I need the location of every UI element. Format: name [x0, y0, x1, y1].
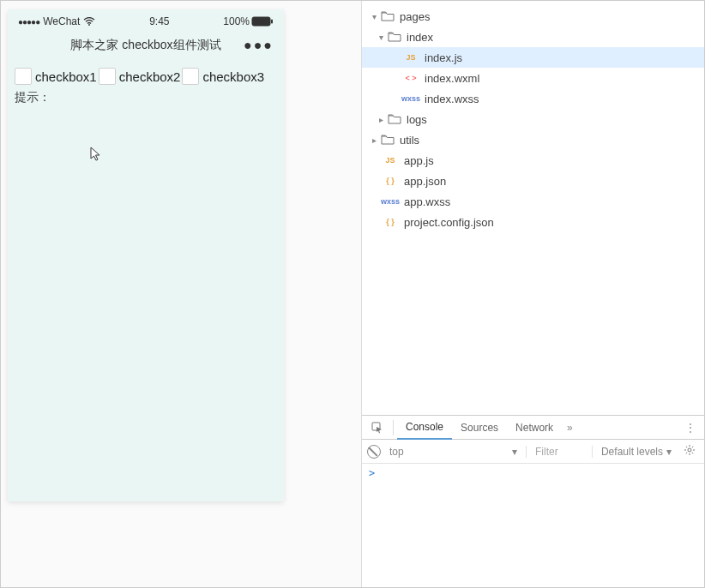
folder-icon	[381, 11, 395, 21]
tree-item-label: app.js	[404, 154, 434, 167]
file-type-icon: wxss	[381, 197, 400, 206]
tab-sources[interactable]: Sources	[452, 416, 507, 439]
console-output[interactable]: >	[362, 464, 704, 587]
signal-dots-icon: ●●●●●	[18, 17, 39, 27]
tree-item-label: index.wxss	[425, 93, 479, 105]
devtools-menu-icon[interactable]: ⋮	[680, 422, 701, 434]
page-content: checkbox1 checkbox2 checkbox3 提示：	[8, 61, 284, 112]
file-type-icon: < >	[401, 74, 420, 82]
tree-item-label: app.json	[404, 175, 446, 188]
inspect-element-icon[interactable]	[365, 422, 389, 434]
carrier-label: WeChat	[43, 15, 80, 27]
filter-input[interactable]: Filter	[535, 446, 593, 458]
folder-icon	[388, 114, 401, 124]
devtools-filterbar: top ▾ Filter Default levels ▾	[362, 440, 704, 464]
status-bar: ●●●●● WeChat 9:45 100%	[8, 9, 284, 30]
gear-icon[interactable]	[680, 444, 699, 459]
nav-menu-icon[interactable]: ●●●	[244, 38, 274, 53]
tab-network[interactable]: Network	[507, 416, 562, 439]
battery-pct: 100%	[223, 15, 250, 27]
checkbox-item[interactable]: checkbox3	[182, 68, 264, 85]
tree-item-label: pages	[400, 10, 430, 23]
tabs-overflow-icon[interactable]: »	[562, 422, 578, 434]
tree-file[interactable]: ▸JSapp.js	[362, 150, 704, 171]
checkbox-box-icon[interactable]	[182, 68, 199, 85]
tree-item-label: index.js	[425, 51, 462, 64]
file-type-icon: { }	[381, 177, 400, 185]
chevron-down-icon[interactable]: ▾	[376, 33, 386, 42]
clear-console-icon[interactable]	[367, 445, 381, 459]
tree-folder[interactable]: ▾index	[362, 27, 704, 47]
svg-point-4	[688, 448, 691, 452]
checkbox-item[interactable]: checkbox1	[15, 68, 97, 85]
chevron-down-icon[interactable]: ▾	[369, 12, 379, 21]
file-type-icon: { }	[381, 218, 400, 226]
svg-rect-2	[271, 20, 273, 24]
checkbox-group: checkbox1 checkbox2 checkbox3	[15, 68, 277, 88]
cursor-icon	[90, 147, 102, 165]
chevron-right-icon[interactable]: ▸	[369, 135, 379, 145]
tree-folder[interactable]: ▸logs	[362, 109, 704, 129]
tree-item-label: logs	[407, 113, 427, 126]
tree-item-label: utils	[400, 134, 419, 147]
simulator-frame: ●●●●● WeChat 9:45 100% 脚本之家 checkbox组件测试…	[8, 9, 284, 501]
tree-file[interactable]: ▸{ }app.json	[362, 171, 704, 191]
tree-file[interactable]: ▸< >index.wxml	[362, 68, 704, 88]
file-type-icon: wxss	[401, 94, 420, 103]
right-panel: ▾pages▾index▸JSindex.js▸< >index.wxml▸wx…	[362, 1, 704, 587]
hint-label: 提示：	[15, 90, 277, 105]
console-prompt: >	[369, 467, 375, 479]
file-type-icon: JS	[381, 156, 400, 165]
checkbox-label: checkbox1	[35, 69, 97, 84]
battery-icon	[251, 16, 274, 27]
devtools-panel: Console Sources Network » ⋮ top ▾ Filter…	[362, 415, 704, 587]
checkbox-box-icon[interactable]	[15, 68, 32, 85]
folder-icon	[388, 32, 401, 42]
filter-placeholder: Filter	[535, 446, 558, 458]
svg-point-0	[88, 24, 90, 26]
chevron-right-icon[interactable]: ▸	[376, 115, 386, 124]
divider	[393, 420, 394, 435]
simulator-area: ●●●●● WeChat 9:45 100% 脚本之家 checkbox组件测试…	[1, 1, 361, 587]
svg-rect-1	[252, 17, 270, 26]
file-type-icon: JS	[401, 53, 420, 62]
status-right: 100%	[223, 15, 274, 27]
context-select[interactable]: top ▾	[389, 446, 527, 458]
devtools-tabs: Console Sources Network » ⋮	[362, 416, 704, 440]
tree-item-label: index.wxml	[425, 72, 479, 85]
folder-icon	[381, 135, 395, 145]
tree-item-label: app.wxss	[404, 195, 450, 208]
checkbox-label: checkbox2	[119, 69, 181, 84]
tree-file[interactable]: ▸JSindex.js	[362, 47, 704, 68]
checkbox-item[interactable]: checkbox2	[99, 68, 181, 85]
file-tree[interactable]: ▾pages▾index▸JSindex.js▸< >index.wxml▸wx…	[362, 1, 704, 415]
tree-item-label: index	[407, 31, 433, 44]
status-time: 9:45	[149, 15, 169, 27]
page-title: 脚本之家 checkbox组件测试	[70, 38, 220, 53]
levels-select[interactable]: Default levels ▾	[601, 446, 672, 458]
chevron-down-icon: ▾	[666, 446, 672, 458]
wifi-icon	[83, 17, 95, 26]
tree-file[interactable]: ▸{ }project.config.json	[362, 212, 704, 232]
nav-bar: 脚本之家 checkbox组件测试 ●●●	[8, 30, 284, 61]
tree-folder[interactable]: ▾pages	[362, 6, 704, 27]
chevron-down-icon: ▾	[512, 446, 517, 458]
tree-item-label: project.config.json	[404, 216, 494, 229]
status-left: ●●●●● WeChat	[18, 15, 95, 27]
checkbox-label: checkbox3	[202, 69, 264, 84]
tab-console[interactable]: Console	[397, 417, 452, 440]
levels-label: Default levels	[601, 446, 663, 458]
tree-folder[interactable]: ▸utils	[362, 129, 704, 150]
checkbox-box-icon[interactable]	[99, 68, 116, 85]
context-value: top	[389, 446, 404, 458]
tree-file[interactable]: ▸wxssapp.wxss	[362, 191, 704, 212]
tree-file[interactable]: ▸wxssindex.wxss	[362, 88, 704, 109]
